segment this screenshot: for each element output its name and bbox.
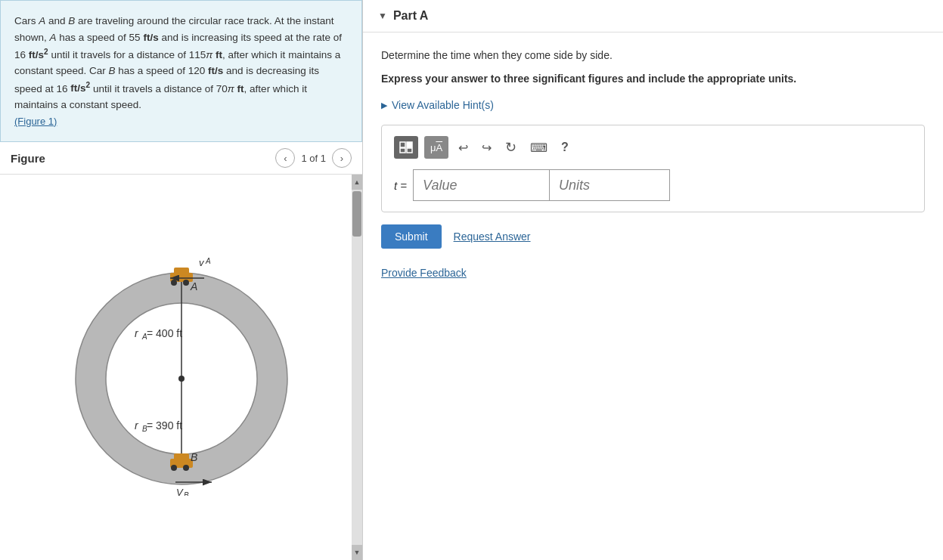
figure-area: r A = 400 ft r B = 390 ft (0, 175, 362, 560)
part-description: Determine the time when they come side b… (381, 48, 925, 63)
svg-point-13 (171, 280, 177, 286)
part-header: ▼ Part A (363, 0, 943, 32)
submit-button[interactable]: Submit (381, 224, 442, 249)
svg-text:A: A (205, 257, 211, 265)
part-title: Part A (393, 9, 429, 23)
figure-label: Figure (11, 152, 45, 165)
next-figure-button[interactable]: › (332, 148, 352, 168)
svg-text:V: V (176, 487, 184, 496)
svg-point-14 (183, 280, 189, 286)
svg-text:B: B (184, 491, 189, 496)
svg-rect-22 (174, 453, 189, 461)
feedback-section: Provide Feedback (381, 267, 925, 279)
svg-point-24 (183, 465, 189, 471)
grid-icon (399, 141, 413, 153)
toolbar-row: μA ↩ ↪ ↻ ⌨ ? (394, 136, 912, 159)
mu-button[interactable]: μA (424, 136, 448, 159)
svg-text:v: v (199, 257, 205, 268)
svg-point-23 (171, 465, 177, 471)
right-panel: ▼ Part A Determine the time when they co… (363, 0, 943, 560)
page-indicator: 1 of 1 (301, 153, 326, 164)
input-row: t = (394, 169, 912, 201)
mu-label: μA (430, 142, 442, 153)
figure-nav: ‹ 1 of 1 › (275, 148, 352, 168)
scroll-bar[interactable]: ▲ ▼ (352, 175, 362, 560)
problem-text: Cars A and B are traveling around the ci… (14, 13, 348, 129)
scroll-up-arrow[interactable]: ▲ (352, 175, 362, 190)
left-panel: Cars A and B are traveling around the ci… (0, 0, 363, 560)
svg-rect-12 (174, 268, 189, 275)
scroll-down-arrow[interactable]: ▼ (352, 545, 362, 560)
prev-figure-button[interactable]: ‹ (275, 148, 295, 168)
hint-triangle-icon: ▶ (381, 101, 387, 110)
svg-rect-32 (407, 148, 412, 153)
provide-feedback-button[interactable]: Provide Feedback (381, 267, 467, 279)
redo-button[interactable]: ↪ (478, 136, 495, 159)
svg-rect-29 (400, 142, 405, 147)
value-input[interactable] (413, 169, 549, 201)
svg-text:= 400 ft: = 400 ft (147, 327, 182, 339)
part-emphasis: Express your answer to three significant… (381, 71, 925, 87)
figure-header: Figure ‹ 1 of 1 › (0, 142, 362, 175)
hint-row[interactable]: ▶ View Available Hint(s) (381, 99, 925, 111)
units-input[interactable] (549, 169, 670, 201)
figure-link[interactable]: (Figure 1) (14, 116, 57, 127)
svg-text:= 390 ft: = 390 ft (147, 419, 182, 432)
undo-button[interactable]: ↩ (454, 136, 472, 159)
scroll-thumb[interactable] (352, 191, 361, 237)
t-label: t = (394, 179, 407, 192)
svg-rect-30 (407, 142, 412, 147)
action-row: Submit Request Answer (381, 224, 925, 249)
svg-text:A: A (190, 280, 197, 292)
keyboard-button[interactable]: ⌨ (526, 136, 551, 159)
hint-link[interactable]: View Available Hint(s) (392, 99, 494, 111)
figure-diagram: r A = 400 ft r B = 390 ft (53, 239, 310, 496)
answer-box: μA ↩ ↪ ↻ ⌨ ? t = (381, 125, 925, 212)
problem-text-box: Cars A and B are traveling around the ci… (0, 0, 362, 142)
refresh-button[interactable]: ↻ (501, 136, 520, 159)
help-button[interactable]: ? (557, 139, 572, 156)
svg-text:B: B (191, 451, 197, 463)
svg-rect-31 (400, 148, 405, 153)
grid-button[interactable] (394, 136, 418, 159)
request-answer-button[interactable]: Request Answer (454, 230, 531, 243)
part-collapse-icon[interactable]: ▼ (378, 11, 387, 21)
part-content: Determine the time when they come side b… (363, 32, 943, 294)
